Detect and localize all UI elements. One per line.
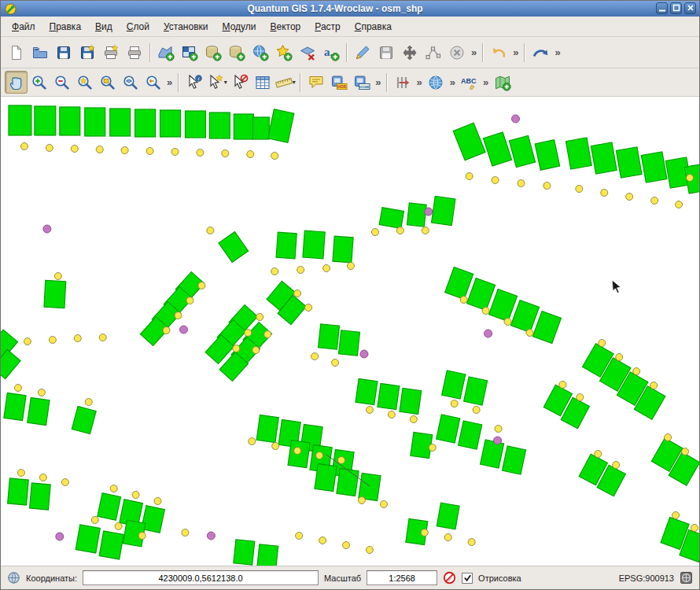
dropdown-arrow-icon[interactable]: ▾ xyxy=(224,79,227,86)
poi-point xyxy=(305,304,312,312)
database-plus-icon xyxy=(228,44,245,61)
building-feature xyxy=(502,446,525,474)
save-edits-button[interactable] xyxy=(374,41,398,65)
render-checkbox[interactable] xyxy=(462,573,473,584)
toolbar-extension-button[interactable]: » xyxy=(510,46,521,58)
open-project-button[interactable] xyxy=(28,41,52,65)
poi-point xyxy=(358,497,365,504)
poi-point xyxy=(311,353,319,360)
map-tips-button[interactable] xyxy=(304,71,327,94)
stop-render-icon[interactable] xyxy=(443,571,456,584)
menu-item-vector[interactable]: Вектор xyxy=(263,19,308,35)
building-feature xyxy=(333,236,353,263)
close-icon xyxy=(686,3,695,13)
poi-point-purple xyxy=(512,115,520,123)
new-project-button[interactable] xyxy=(5,41,28,65)
add-delimited-text-layer-button[interactable]: a, xyxy=(319,41,343,65)
poi-point xyxy=(74,335,81,342)
save-project-as-button[interactable] xyxy=(76,41,99,65)
poi-point xyxy=(233,345,240,352)
zoom-full-icon xyxy=(76,74,94,91)
menu-item-view[interactable]: Вид xyxy=(88,19,120,35)
toolbar-extension-button[interactable]: » xyxy=(552,46,562,58)
gps-tools-button[interactable] xyxy=(425,71,448,94)
map-canvas[interactable] xyxy=(1,97,699,566)
remove-layer-button[interactable] xyxy=(296,41,319,65)
scale-input[interactable] xyxy=(367,570,437,585)
svg-text:i: i xyxy=(197,76,199,82)
building-feature xyxy=(35,106,56,135)
toolbar-extension-button[interactable]: » xyxy=(414,76,424,88)
move-feature-button[interactable] xyxy=(398,41,422,65)
menu-item-edit[interactable]: Правка xyxy=(42,19,89,35)
toggle-editing-button[interactable] xyxy=(351,41,374,65)
title-bar[interactable]: Quantum GIS 1.7.4-Wroclaw - osm_shp xyxy=(1,1,699,17)
show-bookmarks-button[interactable]: HOME xyxy=(350,71,373,94)
building-feature xyxy=(453,123,485,160)
bookmark-new-icon: НОВ xyxy=(330,74,348,91)
labeling-button[interactable]: ABC xyxy=(458,71,481,94)
menu-item-settings[interactable]: Установки xyxy=(157,19,216,35)
poi-point xyxy=(182,529,189,537)
toolbar-extension-button[interactable]: » xyxy=(373,76,383,88)
crs-transform-icon[interactable] xyxy=(680,571,693,584)
menu-item-help[interactable]: Справка xyxy=(348,19,399,35)
building-feature xyxy=(98,493,121,520)
maximize-button[interactable] xyxy=(670,2,682,14)
poi-point xyxy=(559,382,566,389)
menu-item-raster[interactable]: Растр xyxy=(308,19,347,35)
render-label: Отрисовка xyxy=(478,573,521,583)
menu-bar: ФайлПравкаВидСлойУстановкиМодулиВекторРа… xyxy=(1,17,699,37)
deselect-features-button[interactable] xyxy=(228,71,251,94)
node-tool-button[interactable] xyxy=(422,41,445,65)
minimize-button[interactable] xyxy=(656,2,668,14)
zoom-to-layer-button[interactable] xyxy=(119,71,142,94)
coordinates-input[interactable] xyxy=(83,570,319,585)
toolbar-extension-button[interactable]: » xyxy=(448,76,458,88)
menu-item-plugins[interactable]: Модули xyxy=(215,19,263,35)
add-spatialite-layer-button[interactable] xyxy=(225,41,249,65)
identify-button[interactable]: i xyxy=(182,71,205,94)
raster-layer-plus-icon xyxy=(181,44,198,61)
zoom-last-button[interactable] xyxy=(142,71,164,94)
new-bookmark-button[interactable]: НОВ xyxy=(327,71,350,94)
vector-plugin-button[interactable] xyxy=(529,41,552,65)
add-wfs-layer-button[interactable] xyxy=(272,41,296,65)
dropdown-arrow-icon[interactable]: ▾ xyxy=(293,79,296,86)
window-title: Quantum GIS 1.7.4-Wroclaw - osm_shp xyxy=(17,3,654,14)
poi-point xyxy=(294,290,301,297)
close-button[interactable] xyxy=(684,2,696,14)
zoom-full-button[interactable] xyxy=(73,71,96,94)
add-raster-layer-button[interactable] xyxy=(178,41,201,65)
new-print-composer-button[interactable] xyxy=(99,41,123,65)
undo-button[interactable] xyxy=(487,41,510,65)
select-features-button[interactable]: ▾ xyxy=(205,71,228,94)
delete-selected-button[interactable] xyxy=(445,41,469,65)
add-vector-layer-button[interactable] xyxy=(154,41,178,65)
pan-map-button[interactable] xyxy=(5,71,28,94)
zoom-to-selection-button[interactable] xyxy=(96,71,119,94)
save-project-button[interactable] xyxy=(52,41,76,65)
add-overview-map-button[interactable] xyxy=(491,71,514,94)
poi-point xyxy=(264,331,271,338)
poi-point xyxy=(146,148,153,155)
menu-item-file[interactable]: Файл xyxy=(5,19,42,35)
zoom-out-button[interactable] xyxy=(50,71,73,94)
building-feature xyxy=(442,371,466,399)
toolbar-extension-button[interactable]: » xyxy=(469,46,479,58)
annotation-button[interactable] xyxy=(391,71,414,94)
menu-item-layer[interactable]: Слой xyxy=(120,19,157,35)
toolbar-extension-button[interactable]: » xyxy=(481,76,491,88)
measure-button[interactable]: ▾ xyxy=(274,71,297,94)
building-feature xyxy=(532,312,561,344)
document-icon xyxy=(8,44,25,61)
open-attribute-table-button[interactable] xyxy=(251,71,274,94)
map-viewport xyxy=(1,97,699,566)
building-feature xyxy=(60,107,80,135)
toolbar-extension-button[interactable]: » xyxy=(164,76,175,88)
app-icon xyxy=(4,3,17,15)
composer-manager-button[interactable] xyxy=(123,41,146,65)
add-wms-layer-button[interactable] xyxy=(249,41,272,65)
zoom-in-button[interactable] xyxy=(28,71,50,94)
add-postgis-layer-button[interactable] xyxy=(201,41,225,65)
